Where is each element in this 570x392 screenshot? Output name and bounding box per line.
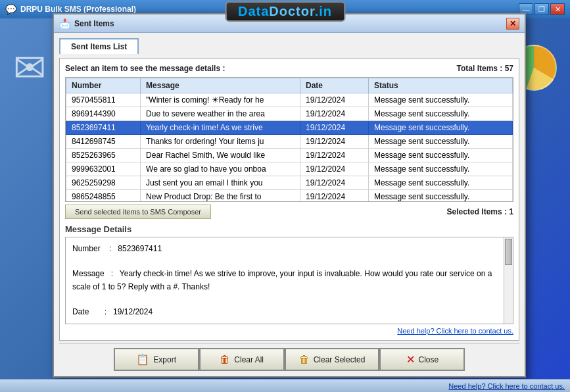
table-row[interactable]: 8525263965Dear Rachel Smith, We would li…	[66, 149, 513, 162]
restore-button[interactable]: ❐	[534, 3, 549, 15]
close-label: Close	[419, 355, 439, 364]
modal-title-left: 📩 Sent Items	[59, 18, 114, 29]
cell-date: 19/12/2024	[300, 107, 369, 121]
cell-number: 9865248855	[66, 190, 141, 203]
cell-number: 8412698745	[66, 135, 141, 149]
detail-message-value: Yearly check-in time! As we strive to im…	[72, 269, 492, 291]
modal-content: Sent Items List Select an item to see th…	[54, 33, 525, 376]
status-help-link[interactable]: Need help? Click here to contact us.	[448, 382, 565, 390]
cell-date: 19/12/2024	[300, 149, 369, 162]
cell-message: Yearly check-in time! As we strive	[141, 121, 300, 135]
app-window: 💬 DRPU Bulk SMS (Professional) DataDocto…	[0, 0, 570, 392]
detail-message-label: Message	[72, 269, 105, 278]
col-message: Message	[141, 78, 300, 93]
app-title: DRPU Bulk SMS (Professional)	[20, 5, 136, 14]
cell-message: New Product Drop: Be the first to	[141, 190, 300, 203]
cell-status: Message sent successfully.	[369, 162, 513, 176]
cell-date: 19/12/2024	[300, 121, 369, 135]
modal-close-button[interactable]: ✕	[506, 18, 519, 30]
table-body: 9570455811"Winter is coming! ☀Ready for …	[66, 93, 513, 203]
table-row[interactable]: 9570455811"Winter is coming! ☀Ready for …	[66, 93, 513, 107]
items-table-wrapper[interactable]: Number Message Date Status 9570455811"Wi…	[65, 77, 513, 202]
modal-title-text: Sent Items	[74, 19, 114, 28]
app-close-button[interactable]: ✕	[550, 3, 565, 15]
app-icon: 💬	[5, 4, 16, 14]
detail-date-row: Date : 19/12/2024	[72, 306, 506, 318]
col-status: Status	[369, 78, 513, 93]
detail-number-label: Number	[72, 244, 101, 253]
message-detail-box: Number : 8523697411 Message : Yearly che…	[65, 237, 513, 324]
cell-status: Message sent successfully.	[369, 190, 513, 203]
clear-all-label: Clear All	[234, 355, 264, 364]
message-details-section: Message Details Number : 8523697411 Mess…	[65, 224, 513, 324]
cell-message: Just sent you an email I think you	[141, 176, 300, 190]
clear-all-icon: 🗑	[220, 354, 230, 366]
cell-message: "Winter is coming! ☀Ready for he	[141, 93, 300, 107]
cell-status: Message sent successfully.	[369, 107, 513, 121]
cell-date: 19/12/2024	[300, 190, 369, 203]
clear-selected-label: Clear Selected	[314, 355, 366, 364]
cell-number: 9999632001	[66, 162, 141, 176]
close-icon: ✕	[406, 353, 415, 366]
table-row[interactable]: 9999632001We are so glad to have you onb…	[66, 162, 513, 176]
detail-number-row: Number : 8523697411	[72, 243, 506, 255]
cell-number: 9570455811	[66, 93, 141, 107]
tab-sent-items-list[interactable]: Sent Items List	[59, 38, 139, 54]
detail-message-row: Message : Yearly check-in time! As we st…	[72, 268, 506, 293]
send-composer-button[interactable]: Send selected items to SMS Composer	[65, 205, 211, 219]
cell-number: 9625259298	[66, 176, 141, 190]
cell-date: 19/12/2024	[300, 162, 369, 176]
selected-bar: Send selected items to SMS Composer Sele…	[65, 205, 513, 219]
table-header-row: Number Message Date Status	[66, 78, 513, 93]
sent-items-modal: 📩 Sent Items ✕ Sent Items List Select an…	[53, 13, 526, 378]
cell-status: Message sent successfully.	[369, 135, 513, 149]
detail-date-label: Date	[72, 307, 89, 316]
items-table: Number Message Date Status 9570455811"Wi…	[66, 78, 513, 202]
detail-date-value: 19/12/2024	[113, 307, 153, 316]
message-details-title: Message Details	[65, 224, 513, 234]
list-header: Select an item to see the message detail…	[65, 64, 513, 73]
table-header: Number Message Date Status	[66, 78, 513, 93]
app-status-bar: Need help? Click here to contact us.	[0, 379, 570, 392]
tab-bar: Sent Items List	[59, 38, 519, 54]
cell-status: Message sent successfully.	[369, 121, 513, 135]
logo-text: DataDoctor.in	[238, 4, 332, 18]
modal-icon: 📩	[59, 18, 70, 29]
close-button[interactable]: ✕ Close	[379, 348, 465, 371]
list-header-label: Select an item to see the message detail…	[65, 64, 225, 73]
message-detail-scrollbar[interactable]	[504, 237, 513, 324]
table-row[interactable]: 8523697411Yearly check-in time! As we st…	[66, 121, 513, 135]
cell-message: Due to severe weather in the area	[141, 107, 300, 121]
cell-status: Message sent successfully.	[369, 149, 513, 162]
cell-date: 19/12/2024	[300, 135, 369, 149]
total-items-label: Total Items : 57	[457, 64, 513, 73]
detail-scroll-thumb	[505, 239, 512, 265]
cell-number: 8523697411	[66, 121, 141, 135]
detail-number-value: 8523697411	[118, 244, 162, 253]
content-area: Select an item to see the message detail…	[59, 58, 519, 341]
envelope-icon: ✉	[13, 45, 46, 91]
cell-number: 8969144390	[66, 107, 141, 121]
cell-status: Message sent successfully.	[369, 93, 513, 107]
export-icon: 📋	[136, 353, 149, 366]
table-row[interactable]: 8412698745Thanks for ordering! Your item…	[66, 135, 513, 149]
cell-message: Dear Rachel Smith, We would like	[141, 149, 300, 162]
cell-date: 19/12/2024	[300, 93, 369, 107]
export-button[interactable]: 📋 Export	[114, 348, 199, 371]
clear-selected-icon: 🗑	[299, 354, 310, 366]
app-logo: DataDoctor.in	[225, 1, 345, 22]
col-date: Date	[300, 78, 369, 93]
cell-date: 19/12/2024	[300, 176, 369, 190]
bottom-buttons: 📋 Export 🗑 Clear All 🗑 Clear Selected ✕ …	[59, 343, 519, 371]
table-row[interactable]: 9625259298Just sent you an email I think…	[66, 176, 513, 190]
export-label: Export	[153, 355, 176, 364]
cell-status: Message sent successfully.	[369, 176, 513, 190]
clear-all-button[interactable]: 🗑 Clear All	[199, 348, 285, 371]
cell-message: Thanks for ordering! Your items ju	[141, 135, 300, 149]
cell-message: We are so glad to have you onboa	[141, 162, 300, 176]
clear-selected-button[interactable]: 🗑 Clear Selected	[285, 348, 380, 371]
col-number: Number	[66, 78, 141, 93]
table-row[interactable]: 9865248855New Product Drop: Be the first…	[66, 190, 513, 203]
modal-help-link[interactable]: Need help? Click here to contact us.	[65, 327, 513, 335]
table-row[interactable]: 8969144390Due to severe weather in the a…	[66, 107, 513, 121]
